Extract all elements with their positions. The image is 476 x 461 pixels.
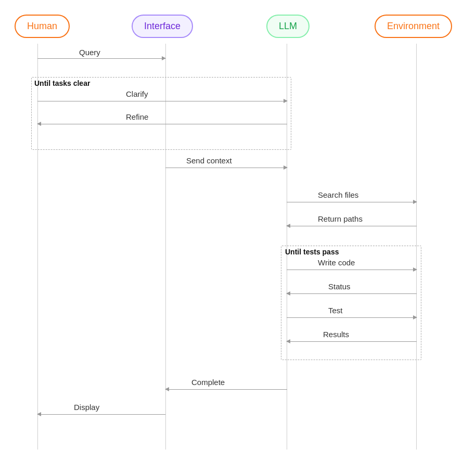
msg-display: Display xyxy=(37,414,165,415)
msg-write-code: Write code xyxy=(287,270,417,270)
msg-complete: Complete xyxy=(165,389,287,390)
msg-refine: Refine xyxy=(37,124,287,124)
actor-environment: Environment xyxy=(375,15,452,38)
msg-test: Test xyxy=(287,317,417,318)
actor-interface: Interface xyxy=(132,15,193,38)
msg-results: Results xyxy=(287,341,417,342)
actor-human: Human xyxy=(15,15,70,38)
msg-query: Query xyxy=(37,58,165,59)
loop-label-tests-pass: Until tests pass xyxy=(285,248,339,256)
msg-clarify: Clarify xyxy=(37,101,287,101)
loop-tasks-clear xyxy=(31,77,291,150)
actor-llm: LLM xyxy=(266,15,310,38)
sequence-diagram: Human Interface LLM Environment Query Cl… xyxy=(0,0,476,461)
loop-label-tasks-clear: Until tasks clear xyxy=(34,79,90,87)
msg-send-context: Send context xyxy=(165,168,287,168)
msg-status: Status xyxy=(287,293,417,294)
msg-search-files: Search files xyxy=(287,202,417,202)
msg-return-paths: Return paths xyxy=(287,226,417,226)
